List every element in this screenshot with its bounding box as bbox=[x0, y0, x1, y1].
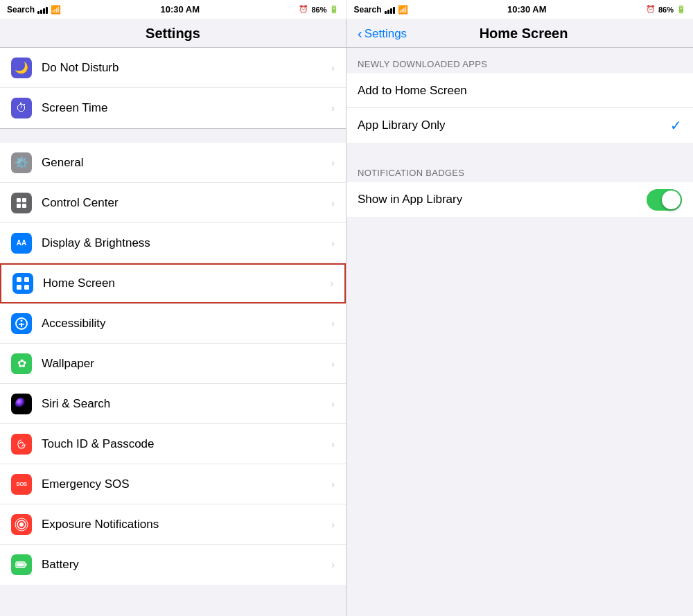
right-item-app-library[interactable]: App Library Only ✓ bbox=[346, 108, 693, 143]
right-wifi-icon: 📶 bbox=[398, 5, 408, 15]
wallpaper-icon: ✿ bbox=[11, 353, 32, 374]
touchid-icon bbox=[11, 434, 32, 455]
left-status-bar: Search 📶 10:30 AM ⏰ 86% 🔋 bbox=[0, 0, 346, 19]
left-carrier-signal: Search 📶 bbox=[7, 5, 61, 15]
group-separator-right bbox=[346, 143, 693, 157]
checkmark-icon: ✓ bbox=[670, 117, 682, 134]
chevron-icon: › bbox=[331, 358, 335, 369]
chevron-icon: › bbox=[331, 197, 335, 209]
right-panel: ‹ Settings Home Screen NEWLY DOWNLOADED … bbox=[346, 19, 693, 616]
svg-rect-2 bbox=[17, 204, 21, 208]
svg-rect-5 bbox=[24, 277, 29, 282]
svg-rect-6 bbox=[17, 285, 21, 290]
right-item-add-home[interactable]: Add to Home Screen bbox=[346, 73, 693, 108]
settings-item-general[interactable]: ⚙️ General › bbox=[0, 143, 346, 183]
chevron-icon: › bbox=[331, 103, 335, 114]
settings-item-homescreen[interactable]: Home Screen › bbox=[0, 263, 346, 303]
settings-item-wallpaper[interactable]: ✿ Wallpaper › bbox=[0, 344, 346, 384]
back-label: Settings bbox=[365, 27, 407, 41]
app-library-label: App Library Only bbox=[358, 118, 670, 132]
chevron-icon: › bbox=[331, 559, 335, 570]
right-carrier: Search bbox=[354, 5, 382, 15]
show-app-library-toggle[interactable] bbox=[647, 189, 682, 211]
chevron-icon: › bbox=[331, 439, 335, 450]
display-label: Display & Brightness bbox=[42, 236, 331, 250]
newly-downloaded-list: Add to Home Screen App Library Only ✓ bbox=[346, 73, 693, 143]
chevron-icon: › bbox=[330, 278, 333, 289]
r-signal-bar-4 bbox=[393, 7, 395, 14]
chevron-icon: › bbox=[331, 157, 335, 168]
left-time: 10:30 AM bbox=[160, 4, 200, 15]
chevron-icon: › bbox=[331, 519, 335, 530]
back-button[interactable]: ‹ Settings bbox=[358, 26, 407, 42]
settings-item-controlcenter[interactable]: Control Center › bbox=[0, 183, 346, 223]
do-not-disturb-icon: 🌙 bbox=[11, 58, 32, 78]
svg-point-13 bbox=[19, 522, 24, 527]
r-signal-bar-1 bbox=[385, 11, 387, 14]
status-bar: Search 📶 10:30 AM ⏰ 86% 🔋 Search bbox=[0, 0, 693, 19]
add-home-label: Add to Home Screen bbox=[358, 84, 682, 98]
siri-icon bbox=[11, 394, 32, 414]
signal-bar-3 bbox=[43, 8, 45, 14]
emergency-icon: SOS bbox=[11, 474, 32, 495]
svg-rect-3 bbox=[22, 204, 26, 208]
chevron-icon: › bbox=[331, 318, 335, 329]
chevron-icon: › bbox=[331, 398, 335, 410]
right-carrier-signal: Search 📶 bbox=[354, 5, 408, 15]
accessibility-label: Accessibility bbox=[42, 317, 331, 331]
right-item-show-app-library[interactable]: Show in App Library bbox=[346, 182, 693, 217]
settings-item-touchid[interactable]: Touch ID & Passcode › bbox=[0, 424, 346, 464]
right-time: 10:30 AM bbox=[507, 4, 547, 15]
left-battery: ⏰ 86% 🔋 bbox=[299, 5, 339, 14]
right-battery: ⏰ 86% 🔋 bbox=[646, 5, 686, 14]
chevron-icon: › bbox=[331, 62, 335, 73]
r-signal-bar-2 bbox=[387, 10, 389, 14]
svg-rect-0 bbox=[17, 198, 21, 202]
general-label: General bbox=[42, 156, 331, 170]
settings-item-display[interactable]: AA Display & Brightness › bbox=[0, 223, 346, 263]
control-center-icon bbox=[11, 193, 32, 213]
touchid-label: Touch ID & Passcode bbox=[42, 437, 331, 451]
settings-item-exposure[interactable]: Exposure Notifications › bbox=[0, 504, 346, 545]
control-center-label: Control Center bbox=[42, 196, 331, 210]
chevron-icon: › bbox=[331, 479, 335, 490]
right-panel-content: NEWLY DOWNLOADED APPS Add to Home Screen… bbox=[346, 48, 693, 616]
newly-downloaded-header: NEWLY DOWNLOADED APPS bbox=[346, 48, 693, 73]
settings-item-emergency[interactable]: SOS Emergency SOS › bbox=[0, 464, 346, 504]
screen-time-label: Screen Time bbox=[42, 101, 331, 115]
do-not-disturb-label: Do Not Disturb bbox=[42, 61, 331, 75]
settings-item-screentime[interactable]: ⏱ Screen Time › bbox=[0, 88, 346, 128]
notification-badges-header: NOTIFICATION BADGES bbox=[346, 157, 693, 182]
screen-time-icon: ⏱ bbox=[11, 98, 32, 118]
right-battery-pct: 86% bbox=[658, 6, 674, 14]
emergency-label: Emergency SOS bbox=[42, 477, 331, 491]
svg-rect-7 bbox=[24, 285, 29, 290]
left-panel-title: Settings bbox=[146, 26, 200, 41]
settings-item-accessibility[interactable]: Accessibility › bbox=[0, 303, 346, 344]
right-status-bar: Search 📶 10:30 AM ⏰ 86% 🔋 bbox=[346, 0, 694, 19]
settings-item-siri[interactable]: Siri & Search › bbox=[0, 384, 346, 424]
left-panel-header: Settings bbox=[0, 19, 346, 48]
notification-list: Show in App Library bbox=[346, 182, 693, 217]
left-panel: Settings 🌙 Do Not Disturb › ⏱ Screen Tim… bbox=[0, 19, 346, 616]
svg-point-9 bbox=[21, 319, 23, 322]
battery-icon bbox=[11, 554, 32, 575]
signal-bar-1 bbox=[37, 11, 40, 14]
signal-bar-2 bbox=[40, 10, 42, 14]
display-icon: AA bbox=[11, 233, 32, 254]
exposure-icon bbox=[11, 514, 32, 535]
left-battery-pct: 86% bbox=[311, 6, 326, 14]
settings-item-donotdisturb[interactable]: 🌙 Do Not Disturb › bbox=[0, 48, 346, 88]
right-battery-icon: 🔋 bbox=[676, 5, 686, 14]
battery-label: Battery bbox=[42, 558, 331, 572]
general-icon: ⚙️ bbox=[11, 152, 32, 173]
right-panel-title: Home Screen bbox=[407, 26, 640, 42]
left-carrier: Search bbox=[7, 5, 35, 15]
left-wifi-icon: 📶 bbox=[51, 5, 61, 15]
svg-rect-4 bbox=[17, 277, 21, 282]
left-battery-icon: 🔋 bbox=[329, 5, 339, 14]
home-screen-icon bbox=[12, 273, 33, 294]
left-signal-bars bbox=[37, 6, 48, 14]
svg-rect-18 bbox=[17, 563, 24, 567]
settings-item-battery[interactable]: Battery › bbox=[0, 545, 346, 585]
